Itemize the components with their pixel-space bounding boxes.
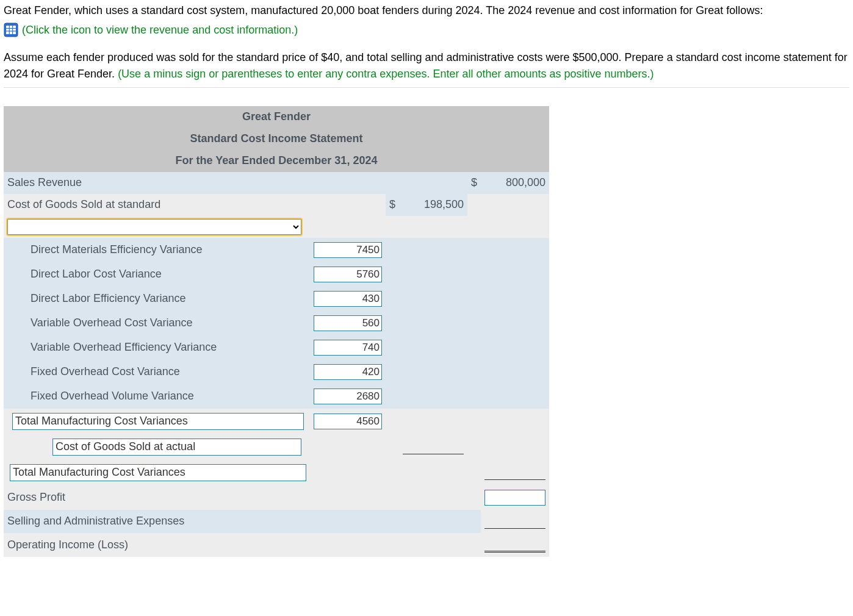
foh-vol-variance-label: Fixed Overhead Volume Variance [4,384,310,409]
sales-currency: $ [467,172,481,194]
instruction-text-1: Great Fender, which uses a standard cost… [4,2,849,19]
foh-cost-variance-label: Fixed Overhead Cost Variance [4,360,310,384]
total-variance-label-input[interactable] [12,413,304,430]
dm-eff-variance-input[interactable] [314,242,382,258]
sga-label: Selling and Administrative Expenses [4,510,310,533]
dl-eff-variance-input[interactable] [314,291,382,307]
gross-profit-label: Gross Profit [4,485,310,510]
variance-category-dropdown[interactable] [7,219,301,235]
operating-income-label: Operating Income (Loss) [4,533,310,557]
cogs-actual-value-input[interactable] [403,440,464,454]
divider [4,87,849,88]
operating-income-input[interactable] [484,538,545,553]
dm-eff-variance-label: Direct Materials Efficiency Variance [4,238,310,262]
voh-eff-variance-input[interactable] [314,340,382,356]
instructions-block: Great Fender, which uses a standard cost… [4,2,849,82]
sales-value: 800,000 [481,172,549,194]
instruction-text-2: Assume each fender produced was sold for… [4,49,849,82]
voh-eff-variance-label: Variable Overhead Efficiency Variance [4,335,310,360]
header-company: Great Fender [4,106,549,128]
cogs-standard-label: Cost of Goods Sold at standard [4,194,310,216]
total-variance-value-input[interactable] [314,414,382,429]
income-statement-table: Great Fender Standard Cost Income Statem… [4,106,549,557]
cogs-value: 198,500 [399,194,467,216]
view-info-link[interactable]: (Click the icon to view the revenue and … [4,22,298,38]
svg-rect-1 [6,26,16,34]
header-period: For the Year Ended December 31, 2024 [4,150,549,172]
dl-cost-variance-input[interactable] [314,267,382,282]
sga-input[interactable] [484,514,545,529]
gross-profit-input[interactable] [484,490,545,506]
view-info-text: (Click the icon to view the revenue and … [22,22,298,38]
foh-cost-variance-input[interactable] [314,364,382,380]
voh-cost-variance-input[interactable] [314,315,382,331]
dl-cost-variance-label: Direct Labor Cost Variance [4,262,310,287]
total-variance2-value-input[interactable] [484,465,545,480]
table-icon [4,23,18,37]
header-title: Standard Cost Income Statement [4,128,549,150]
voh-cost-variance-label: Variable Overhead Cost Variance [4,311,310,335]
total-variance2-label-input[interactable] [10,464,306,481]
sales-revenue-label: Sales Revenue [4,172,310,194]
cogs-actual-label-input[interactable] [52,439,301,456]
foh-vol-variance-input[interactable] [314,389,382,404]
dl-eff-variance-label: Direct Labor Efficiency Variance [4,287,310,311]
cogs-currency: $ [389,198,395,210]
